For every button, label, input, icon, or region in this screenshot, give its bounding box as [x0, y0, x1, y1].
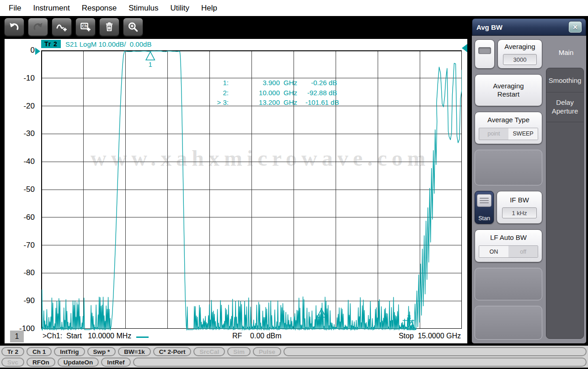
tab-delay-aperture[interactable]: Delay Aperture — [546, 92, 583, 122]
marker-readout-row: 2:10.000GHz-92.88 dB — [197, 88, 337, 98]
add-trace-icon — [56, 21, 68, 33]
trace-color-dash — [136, 336, 149, 338]
status-srccal: SrcCal — [193, 347, 225, 356]
panel-tabs: Main Smoothing Delay Aperture — [546, 39, 586, 340]
averaging-restart-button[interactable]: Averaging Restart — [475, 74, 542, 106]
status-intref[interactable]: IntRef — [101, 358, 130, 367]
empty-softkey — [475, 150, 542, 185]
status-updateon[interactable]: UpdateOn — [58, 358, 99, 367]
status-rfon[interactable]: RFOn — [27, 358, 55, 367]
channel-footer: 1 >Ch1: Start 10.0000 MHz RF 0.00 dBm St… — [5, 329, 467, 343]
zoom-icon — [127, 21, 139, 33]
panel-body: Averaging 3000 Averaging Restart Average… — [472, 36, 586, 343]
average-type-sweep-option[interactable]: SWEEP — [508, 128, 538, 140]
y-tick-label: -30 — [8, 129, 35, 138]
menu-bar: FileInstrumentResponseStimulusUtilityHel… — [0, 0, 588, 16]
averaging-label: Averaging — [504, 43, 535, 51]
avg-bw-panel: Avg BW ✕ Averaging 3000 Averaging Restar… — [472, 18, 586, 343]
panel-controls: Averaging 3000 Averaging Restart Average… — [475, 39, 542, 340]
menu-response[interactable]: Response — [76, 4, 123, 13]
average-type-toggle: point SWEEP — [479, 128, 538, 140]
sweep-marker-arrow-icon — [462, 44, 467, 52]
if-bw-mode-button[interactable]: Stan — [475, 191, 494, 224]
empty-softkey — [475, 306, 542, 340]
panel-title: Avg BW — [476, 23, 502, 31]
trace-title: S21 LogM 10.00dB/ 0.00dB — [65, 40, 151, 48]
redo-icon — [32, 21, 44, 33]
add-trace-button[interactable] — [52, 18, 72, 36]
menu-instrument[interactable]: Instrument — [27, 4, 75, 13]
menu-file[interactable]: File — [3, 4, 27, 13]
if-bw-button[interactable]: IF BW 1 kHz — [497, 191, 542, 224]
trace-badge[interactable]: Tr 2 — [41, 40, 61, 48]
y-tick-label: -50 — [8, 185, 35, 194]
status-inttrig[interactable]: IntTrig — [54, 347, 85, 356]
empty-status-pill — [133, 358, 587, 367]
y-tick-label: -10 — [8, 74, 35, 83]
status-ch-1[interactable]: Ch 1 — [27, 347, 52, 356]
y-tick-label: -20 — [8, 102, 35, 111]
y-tick-label: -90 — [8, 296, 35, 305]
delete-icon — [103, 21, 115, 33]
menu-help[interactable]: Help — [195, 4, 223, 13]
diagram-number-badge[interactable]: 1 — [10, 331, 24, 342]
panel-tabs-inactive: Smoothing Delay Aperture — [546, 68, 584, 339]
undo-icon — [8, 21, 20, 33]
grip-icon — [477, 194, 492, 207]
averaging-toggle-button[interactable] — [475, 39, 495, 69]
status-c-2-port[interactable]: C* 2-Port — [153, 347, 192, 356]
toggle-indicator-icon — [478, 47, 491, 54]
lf-auto-bw-button[interactable]: LF Auto BW ON off — [475, 229, 542, 262]
lf-auto-bw-on-option[interactable]: ON — [479, 246, 508, 257]
tab-main[interactable]: Main — [546, 39, 586, 65]
add-channel-button[interactable]: Ch — [75, 18, 96, 36]
add-channel-icon: Ch — [80, 21, 91, 33]
delete-button[interactable] — [99, 18, 119, 36]
status-bar: Tr 2Ch 1IntTrigSwp *BW=1kC* 2-PortSrcCal… — [0, 346, 588, 368]
marker-readout-row: 1:3.900GHz-0.26 dB — [197, 78, 337, 88]
rf-power-field[interactable]: RF 0.00 dBm — [232, 332, 282, 340]
status-pulse: Pulse — [253, 347, 281, 356]
active-trace-arrow-icon — [35, 48, 40, 55]
y-tick-label: -60 — [8, 213, 35, 222]
marker-3-label: 3 — [407, 313, 411, 321]
close-icon: ✕ — [573, 24, 578, 31]
menu-stimulus[interactable]: Stimulus — [123, 4, 164, 13]
empty-status-pill — [283, 347, 587, 356]
status-bw-1k[interactable]: BW=1k — [118, 347, 150, 356]
y-tick-label: -40 — [8, 157, 35, 166]
averaging-button[interactable]: Averaging 3000 — [497, 39, 542, 69]
vna-application: FileInstrumentResponseStimulusUtilityHel… — [0, 0, 588, 369]
close-button[interactable]: ✕ — [569, 22, 582, 33]
y-tick-label: 0 — [8, 46, 35, 55]
status-tr-2[interactable]: Tr 2 — [1, 347, 24, 356]
menu-utility[interactable]: Utility — [164, 4, 195, 13]
marker-readout-row: > 3:13.200GHz-101.61 dB — [197, 98, 337, 108]
y-tick-label: -80 — [8, 268, 35, 277]
undo-button[interactable] — [4, 18, 24, 36]
svg-text:Ch: Ch — [82, 24, 87, 28]
if-bw-value[interactable]: 1 kHz — [502, 207, 537, 218]
redo-button — [28, 18, 48, 36]
lf-auto-bw-off-option[interactable]: off — [508, 246, 538, 257]
status-swp-[interactable]: Swp * — [87, 347, 116, 356]
status-svc: Svc — [1, 358, 24, 367]
stop-frequency-field[interactable]: Stop 15.0000 GHz — [399, 332, 461, 340]
marker-2-label: 2 — [320, 318, 323, 326]
plot-container: Tr 2 S21 LogM 10.00dB/ 0.00dB 0-10-20-30… — [5, 39, 467, 343]
marker-readout: 1:3.900GHz-0.26 dB2:10.000GHz-92.88 dB> … — [197, 78, 337, 108]
marker-1-symbol[interactable] — [146, 52, 155, 60]
panel-title-bar: Avg BW ✕ — [472, 18, 586, 36]
trace-header: Tr 2 S21 LogM 10.00dB/ 0.00dB — [41, 40, 151, 48]
zoom-button[interactable] — [123, 18, 143, 36]
status-sim: Sim — [227, 347, 251, 356]
tab-smoothing[interactable]: Smoothing — [546, 68, 583, 92]
empty-softkey — [475, 268, 542, 301]
channel-start-field[interactable]: >Ch1: Start 10.0000 MHz — [43, 332, 131, 340]
lf-auto-bw-toggle: ON off — [479, 245, 538, 258]
averaging-value[interactable]: 3000 — [503, 54, 537, 65]
average-type-point-option[interactable]: point — [479, 128, 508, 140]
marker-1-label: 1 — [149, 60, 152, 68]
average-type-button[interactable]: Average Type point SWEEP — [475, 112, 542, 145]
y-tick-label: -70 — [8, 241, 35, 250]
